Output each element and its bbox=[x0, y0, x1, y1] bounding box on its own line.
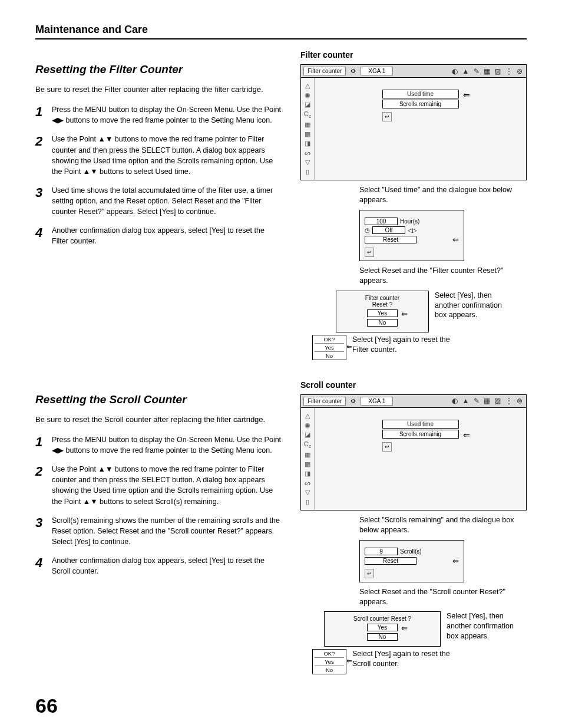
caption: Select [Yes], then another confirmation … bbox=[435, 291, 511, 321]
filter-osd-title: Filter counter bbox=[300, 50, 527, 60]
step-text: Use the Point ▲▼ buttons to move the red… bbox=[52, 464, 283, 507]
osd-label: Filter counter bbox=[303, 67, 346, 75]
arrows-icon: ◁▷ bbox=[408, 227, 417, 233]
pointer-icon: ⇐ bbox=[452, 556, 459, 565]
page-number: 66 bbox=[35, 694, 527, 717]
scroll-title: Resetting the Scroll Counter bbox=[35, 393, 283, 406]
gear-icon: ⚙ bbox=[351, 398, 356, 404]
step-text: Use the Point ▲▼ buttons to move the red… bbox=[52, 134, 283, 177]
osd-mode: XGA 1 bbox=[361, 67, 393, 75]
yes-option[interactable]: Yes⇐ bbox=[367, 309, 398, 317]
caption: Select [Yes], then another confirmation … bbox=[447, 611, 523, 641]
return-icon: ↩ bbox=[382, 112, 392, 121]
step-text: Another confirmation dialog box appears,… bbox=[52, 555, 283, 577]
osd-mode: XGA 1 bbox=[361, 397, 393, 406]
step-number: 2 bbox=[35, 134, 52, 177]
caption: Select Reset and the "Scroll counter Res… bbox=[359, 587, 527, 607]
no-option[interactable]: No bbox=[367, 319, 398, 327]
step-number: 4 bbox=[35, 225, 52, 246]
ok-label: OK? bbox=[315, 650, 344, 657]
gear-icon: ⚙ bbox=[351, 68, 356, 74]
step-number: 2 bbox=[35, 464, 52, 507]
caption: Select [Yes] again to reset the Filter c… bbox=[352, 335, 464, 355]
pointer-icon: ⇐ bbox=[463, 430, 470, 440]
caption: Select "Used time" and the dialogue box … bbox=[359, 185, 527, 205]
reset-dialog: Filter counter Reset ? Yes⇐ No bbox=[336, 291, 429, 332]
section-header: Maintenance and Care bbox=[35, 24, 527, 39]
scroll-unit: Scroll(s) bbox=[400, 548, 422, 555]
step-text: Press the MENU button to display the On-… bbox=[52, 434, 283, 456]
osd-side-icons: △◉◪Cc▦▩◨ᔕ▽▯ bbox=[301, 78, 315, 180]
step-number: 1 bbox=[35, 434, 52, 456]
osd-titlebar: Filter counter ⚙ XGA 1 ◐ ▲ ✎ ▦ ▨ ⋮ ⊚ bbox=[300, 64, 527, 78]
step-number: 3 bbox=[35, 515, 52, 547]
osd-body: △◉◪Cc▦▩◨ᔕ▽▯ Used time ⇐ Scrolls remainig… bbox=[300, 78, 527, 180]
filter-title: Resetting the Filter Counter bbox=[35, 63, 283, 76]
sub-osd: 9 Scroll(s) Reset ⇐ ↩ bbox=[359, 540, 464, 582]
ok-dialog: OK? Yes⇐ No bbox=[312, 335, 346, 360]
osd-side-icons: △◉◪Cc▦▩◨ᔕ▽▯ bbox=[301, 408, 315, 510]
no-option[interactable]: No bbox=[315, 351, 344, 359]
dialog-title: Reset ? bbox=[341, 301, 424, 308]
step-text: Press the MENU button to display the On-… bbox=[52, 104, 283, 126]
menu-used-time[interactable]: Used time bbox=[382, 420, 459, 429]
osd-icon-strip: ◐ ▲ ✎ ▦ ▨ ⋮ ⊚ bbox=[452, 67, 524, 75]
filter-intro: Be sure to reset the Filter counter afte… bbox=[35, 84, 283, 95]
caption: Select [Yes] again to reset the Scroll c… bbox=[352, 649, 464, 669]
step-number: 4 bbox=[35, 555, 52, 577]
no-option[interactable]: No bbox=[367, 633, 398, 641]
scroll-value: 9 bbox=[365, 548, 398, 555]
osd-titlebar: Filter counter ⚙ XGA 1 ◐ ▲ ✎ ▦ ▨ ⋮ ⊚ bbox=[300, 394, 527, 408]
pointer-icon: ⇐ bbox=[346, 342, 352, 351]
reset-option[interactable]: Reset bbox=[365, 557, 416, 565]
caption: Select Reset and the "Filter counter Res… bbox=[359, 266, 527, 286]
caption: Select "Scrolls remaining" and the dialo… bbox=[359, 515, 527, 535]
step-number: 1 bbox=[35, 104, 52, 126]
step-text: Used time shows the total accumulated ti… bbox=[52, 185, 283, 217]
ok-dialog: OK? Yes⇐ No bbox=[312, 649, 346, 674]
return-icon: ↩ bbox=[382, 442, 392, 452]
timer-icon: ◷ bbox=[365, 227, 370, 233]
yes-option[interactable]: Yes⇐ bbox=[367, 624, 398, 631]
reset-option[interactable]: Reset bbox=[365, 236, 416, 243]
osd-body: △◉◪Cc▦▩◨ᔕ▽▯ Used time Scrolls remainig ⇐… bbox=[300, 408, 527, 510]
scroll-osd-title: Scroll counter bbox=[300, 380, 527, 390]
timer-value[interactable]: Off bbox=[372, 226, 405, 234]
yes-option[interactable]: Yes⇐ bbox=[315, 657, 344, 665]
hours-unit: Hour(s) bbox=[400, 218, 419, 225]
step-text: Scroll(s) remaining shows the number of … bbox=[52, 515, 283, 547]
step-number: 3 bbox=[35, 185, 52, 217]
hours-value: 100 bbox=[365, 218, 398, 225]
osd-label: Filter counter bbox=[303, 397, 346, 406]
pointer-icon: ⇐ bbox=[463, 90, 470, 100]
menu-used-time[interactable]: Used time ⇐ bbox=[382, 90, 459, 98]
menu-scrolls-remaining[interactable]: Scrolls remainig ⇐ bbox=[382, 430, 459, 439]
pointer-icon: ⇐ bbox=[346, 657, 352, 665]
ok-label: OK? bbox=[315, 336, 344, 342]
return-icon: ↩ bbox=[365, 569, 374, 578]
scroll-intro: Be sure to reset the Scroll counter afte… bbox=[35, 414, 283, 425]
osd-icon-strip: ◐ ▲ ✎ ▦ ▨ ⋮ ⊚ bbox=[452, 397, 524, 405]
reset-dialog: Scroll counter Reset ? Yes⇐ No bbox=[324, 611, 441, 647]
pointer-icon: ⇐ bbox=[452, 235, 459, 244]
dialog-title: Filter counter bbox=[341, 295, 424, 301]
dialog-title: Scroll counter Reset ? bbox=[329, 615, 435, 622]
menu-scrolls-remaining[interactable]: Scrolls remainig bbox=[382, 100, 459, 108]
sub-osd: 100 Hour(s) ◷ Off ◁▷ Reset ⇐ ↩ bbox=[359, 210, 464, 261]
pointer-icon: ⇐ bbox=[401, 309, 408, 318]
step-text: Another confirmation dialog box appears,… bbox=[52, 225, 283, 246]
return-icon: ↩ bbox=[365, 248, 374, 257]
yes-option[interactable]: Yes⇐ bbox=[315, 343, 344, 351]
pointer-icon: ⇐ bbox=[401, 624, 408, 633]
no-option[interactable]: No bbox=[315, 666, 344, 673]
